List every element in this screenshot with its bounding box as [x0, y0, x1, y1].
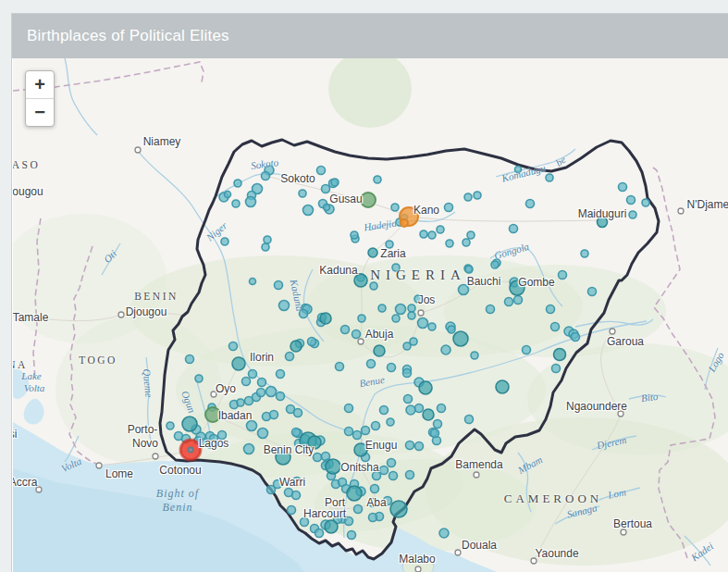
marker-teal[interactable]: [258, 379, 266, 387]
marker-teal[interactable]: [408, 305, 415, 312]
marker-teal[interactable]: [471, 352, 478, 359]
marker-teal[interactable]: [392, 315, 400, 322]
marker-teal[interactable]: [257, 389, 265, 397]
marker-teal[interactable]: [627, 196, 635, 205]
marker-teal[interactable]: [406, 471, 414, 479]
marker-teal[interactable]: [434, 420, 442, 429]
marker-teal[interactable]: [552, 365, 561, 373]
marker-dark[interactable]: [320, 313, 331, 324]
marker-dark[interactable]: [423, 409, 434, 420]
marker-teal[interactable]: [218, 431, 227, 440]
marker-teal[interactable]: [559, 271, 567, 280]
marker-teal[interactable]: [374, 176, 381, 183]
marker-teal[interactable]: [345, 428, 353, 436]
marker-teal[interactable]: [341, 326, 350, 334]
marker-teal[interactable]: [294, 409, 302, 417]
marker-teal[interactable]: [380, 406, 389, 415]
marker-teal[interactable]: [388, 459, 396, 467]
marker-teal[interactable]: [572, 333, 580, 342]
marker-teal[interactable]: [445, 204, 453, 212]
marker-dark[interactable]: [496, 380, 509, 393]
marker-teal[interactable]: [415, 404, 424, 413]
marker-dark[interactable]: [374, 345, 385, 356]
marker-teal[interactable]: [247, 421, 257, 431]
marker-teal[interactable]: [465, 266, 473, 273]
marker-teal[interactable]: [546, 174, 553, 181]
marker-teal[interactable]: [420, 230, 427, 238]
marker-teal[interactable]: [403, 369, 412, 378]
marker-teal[interactable]: [242, 378, 251, 386]
marker-dark[interactable]: [326, 459, 340, 474]
marker-teal[interactable]: [448, 326, 455, 333]
marker-green[interactable]: [205, 407, 220, 422]
marker-teal[interactable]: [352, 330, 361, 339]
marker-dark[interactable]: [276, 450, 290, 465]
marker-teal[interactable]: [324, 205, 330, 211]
marker-teal[interactable]: [315, 529, 324, 538]
marker-teal[interactable]: [303, 205, 314, 216]
marker-teal[interactable]: [431, 429, 439, 438]
marker-teal[interactable]: [362, 427, 370, 435]
marker-teal[interactable]: [354, 505, 363, 514]
marker-teal[interactable]: [415, 442, 424, 451]
marker-green[interactable]: [361, 193, 376, 207]
marker-teal[interactable]: [293, 478, 302, 486]
marker-teal[interactable]: [232, 200, 240, 207]
marker-teal[interactable]: [195, 375, 203, 382]
marker-teal[interactable]: [642, 199, 649, 206]
marker-teal[interactable]: [463, 239, 470, 246]
marker-teal[interactable]: [244, 444, 254, 454]
marker-dark[interactable]: [354, 443, 367, 456]
marker-teal[interactable]: [406, 405, 415, 415]
marker-teal[interactable]: [371, 485, 379, 493]
marker-teal[interactable]: [391, 204, 399, 211]
marker-teal[interactable]: [300, 310, 308, 318]
marker-teal[interactable]: [345, 517, 353, 526]
marker-teal[interactable]: [428, 231, 436, 239]
marker-teal[interactable]: [221, 238, 228, 245]
marker-teal[interactable]: [387, 418, 394, 426]
marker-teal[interactable]: [206, 441, 214, 448]
marker-dark[interactable]: [419, 381, 432, 394]
marker-dark[interactable]: [453, 331, 468, 346]
marker-teal[interactable]: [437, 226, 444, 233]
marker-teal[interactable]: [277, 392, 285, 401]
marker-dark[interactable]: [368, 248, 377, 257]
marker-teal[interactable]: [275, 281, 283, 290]
marker-teal[interactable]: [370, 282, 377, 290]
marker-teal[interactable]: [246, 197, 256, 207]
marker-teal[interactable]: [510, 225, 518, 233]
marker-teal[interactable]: [167, 422, 174, 429]
marker-teal[interactable]: [404, 395, 413, 404]
marker-teal[interactable]: [317, 167, 326, 175]
marker-teal[interactable]: [581, 250, 588, 257]
marker-dark[interactable]: [354, 274, 367, 287]
marker-dark[interactable]: [554, 349, 566, 361]
marker-teal[interactable]: [301, 518, 309, 527]
marker-dark[interactable]: [325, 520, 338, 533]
marker-teal[interactable]: [336, 363, 344, 371]
marker-teal[interactable]: [465, 416, 474, 424]
marker-teal[interactable]: [277, 370, 285, 379]
marker-teal[interactable]: [279, 301, 290, 311]
marker-teal[interactable]: [487, 305, 495, 314]
marker-teal[interactable]: [396, 305, 406, 315]
marker-orange[interactable]: [401, 219, 408, 227]
marker-teal[interactable]: [286, 353, 294, 361]
marker-teal[interactable]: [491, 261, 499, 268]
marker-teal[interactable]: [262, 243, 269, 251]
marker-teal[interactable]: [464, 193, 472, 201]
marker-core[interactable]: [188, 447, 192, 452]
marker-teal[interactable]: [225, 192, 231, 198]
marker-teal[interactable]: [526, 200, 535, 208]
marker-teal[interactable]: [369, 514, 377, 522]
marker-teal[interactable]: [351, 231, 358, 239]
marker-teal[interactable]: [523, 346, 531, 354]
marker-teal[interactable]: [369, 499, 377, 507]
marker-teal[interactable]: [414, 295, 422, 303]
marker-teal[interactable]: [408, 312, 415, 319]
marker-dark[interactable]: [290, 341, 302, 352]
marker-teal[interactable]: [264, 236, 271, 243]
marker-teal[interactable]: [438, 404, 446, 413]
marker-teal[interactable]: [629, 211, 636, 218]
